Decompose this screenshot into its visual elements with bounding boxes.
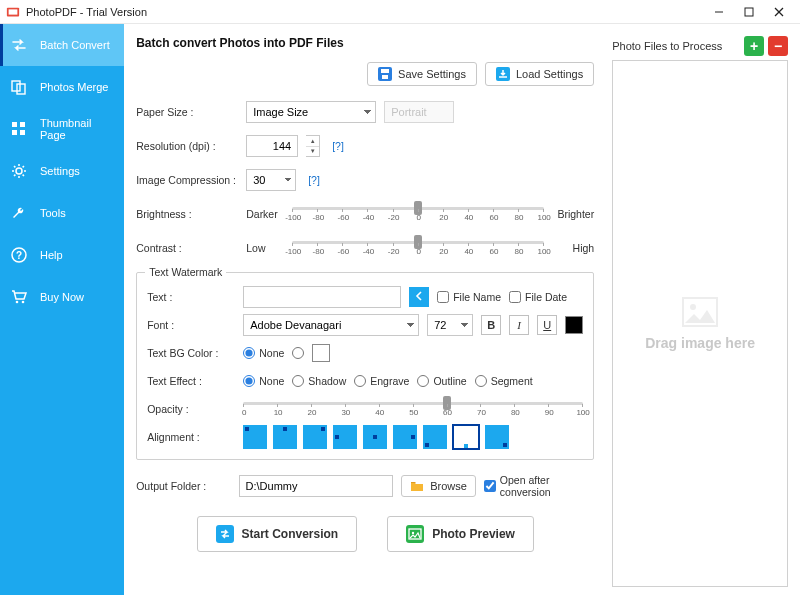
brightness-label: Brightness : (136, 208, 238, 220)
font-family-select[interactable]: Adobe Devanagari (243, 314, 419, 336)
compression-select[interactable]: 30 (246, 169, 296, 191)
align-cell-4[interactable] (363, 425, 387, 449)
filename-checkbox[interactable]: File Name (437, 291, 501, 303)
svg-rect-19 (382, 75, 388, 79)
sidebar-label: Photos Merge (40, 81, 108, 93)
font-size-select[interactable]: 72 (427, 314, 473, 336)
effect-segment-radio[interactable]: Segment (475, 375, 533, 387)
effect-none-radio[interactable]: None (243, 375, 284, 387)
align-cell-8[interactable] (485, 425, 509, 449)
add-file-button[interactable]: + (744, 36, 764, 56)
output-folder-input[interactable] (239, 475, 394, 497)
preview-icon (406, 525, 424, 543)
start-conversion-button[interactable]: Start Conversion (197, 516, 358, 552)
sidebar-label: Buy Now (40, 291, 84, 303)
titlebar: PhotoPDF - Trial Version (0, 0, 800, 24)
gear-icon (10, 162, 28, 180)
watermark-title: Text Watermark (145, 266, 226, 278)
sidebar-label: Batch Convert (40, 39, 110, 51)
alignment-label: Alignment : (147, 431, 235, 443)
bold-icon: B (487, 319, 495, 331)
convert-icon (216, 525, 234, 543)
align-cell-0[interactable] (243, 425, 267, 449)
italic-button[interactable]: I (509, 315, 529, 335)
svg-point-15 (16, 301, 19, 304)
minimize-button[interactable] (704, 1, 734, 23)
sidebar-item-settings[interactable]: Settings (0, 150, 124, 192)
align-cell-1[interactable] (273, 425, 297, 449)
arrow-left-icon (414, 291, 424, 303)
bold-button[interactable]: B (481, 315, 501, 335)
bgcolor-color-radio[interactable] (292, 347, 304, 359)
svg-rect-8 (12, 122, 17, 127)
underline-icon: U (543, 319, 551, 331)
sidebar-item-thumbnail-page[interactable]: Thumbnail Page (0, 108, 124, 150)
sidebar-item-tools[interactable]: Tools (0, 192, 124, 234)
align-cell-6[interactable] (423, 425, 447, 449)
sidebar-item-buy-now[interactable]: Buy Now (0, 276, 124, 318)
filedate-checkbox[interactable]: File Date (509, 291, 567, 303)
load-settings-button[interactable]: Load Settings (485, 62, 594, 86)
effect-shadow-radio[interactable]: Shadow (292, 375, 346, 387)
wm-text-input[interactable] (243, 286, 401, 308)
window-title: PhotoPDF - Trial Version (26, 6, 704, 18)
bgcolor-none-radio[interactable]: None (243, 347, 284, 359)
align-cell-5[interactable] (393, 425, 417, 449)
save-settings-button[interactable]: Save Settings (367, 62, 477, 86)
main-panel: Batch convert Photos into PDF Files Save… (124, 24, 608, 595)
sidebar-label: Tools (40, 207, 66, 219)
resolution-label: Resolution (dpi) : (136, 140, 238, 152)
contrast-slider[interactable]: -100-80-60-40-20020406080100 (292, 235, 544, 261)
cart-icon (10, 288, 28, 306)
resolution-help-link[interactable]: [?] (332, 140, 344, 152)
sidebar-item-photos-merge[interactable]: Photos Merge (0, 66, 124, 108)
drop-zone[interactable]: Drag image here (612, 60, 788, 587)
sidebar-label: Settings (40, 165, 80, 177)
svg-point-16 (22, 301, 25, 304)
align-cell-2[interactable] (303, 425, 327, 449)
contrast-label: Contrast : (136, 242, 238, 254)
svg-point-24 (412, 532, 414, 534)
remove-file-button[interactable]: − (768, 36, 788, 56)
font-color-swatch[interactable] (565, 316, 583, 334)
sidebar-item-batch-convert[interactable]: Batch Convert (0, 24, 124, 66)
bgcolor-swatch[interactable] (312, 344, 330, 362)
maximize-button[interactable] (734, 1, 764, 23)
folder-icon (410, 479, 424, 493)
close-button[interactable] (764, 1, 794, 23)
photo-preview-button[interactable]: Photo Preview (387, 516, 534, 552)
align-cell-7[interactable] (453, 425, 479, 449)
open-after-checkbox[interactable]: Open after conversion (484, 474, 594, 498)
paper-size-select[interactable]: Image Size (246, 101, 376, 123)
svg-rect-11 (20, 130, 25, 135)
align-cell-3[interactable] (333, 425, 357, 449)
app-logo-icon (6, 5, 20, 19)
compression-help-link[interactable]: [?] (308, 174, 320, 186)
sidebar-item-help[interactable]: ? Help (0, 234, 124, 276)
swap-icon (10, 36, 28, 54)
brightness-slider[interactable]: -100-80-60-40-20020406080100 (292, 201, 544, 227)
output-folder-label: Output Folder : (136, 480, 230, 492)
effect-outline-radio[interactable]: Outline (417, 375, 466, 387)
svg-rect-18 (381, 69, 389, 73)
wm-text-picker-button[interactable] (409, 287, 429, 307)
opacity-slider[interactable]: 0102030405060708090100 (243, 396, 583, 422)
contrast-min-label: Low (246, 242, 286, 254)
resolution-input[interactable] (246, 135, 298, 157)
plus-icon: + (750, 38, 758, 54)
wm-bgcolor-label: Text BG Color : (147, 347, 235, 359)
contrast-max-label: High (550, 242, 594, 254)
svg-rect-1 (9, 9, 18, 14)
minus-icon: − (774, 38, 782, 54)
effect-engrave-radio[interactable]: Engrave (354, 375, 409, 387)
browse-button[interactable]: Browse (401, 475, 476, 497)
wm-font-label: Font : (147, 319, 235, 331)
filelist-header: Photo Files to Process (612, 40, 740, 52)
paper-size-label: Paper Size : (136, 106, 238, 118)
underline-button[interactable]: U (537, 315, 557, 335)
right-panel: Photo Files to Process + − Drag image he… (608, 24, 800, 595)
page-title: Batch convert Photos into PDF Files (136, 36, 594, 50)
resolution-spinner[interactable]: ▲▼ (306, 135, 320, 157)
grid-icon (10, 120, 28, 138)
compression-label: Image Compression : (136, 174, 238, 186)
